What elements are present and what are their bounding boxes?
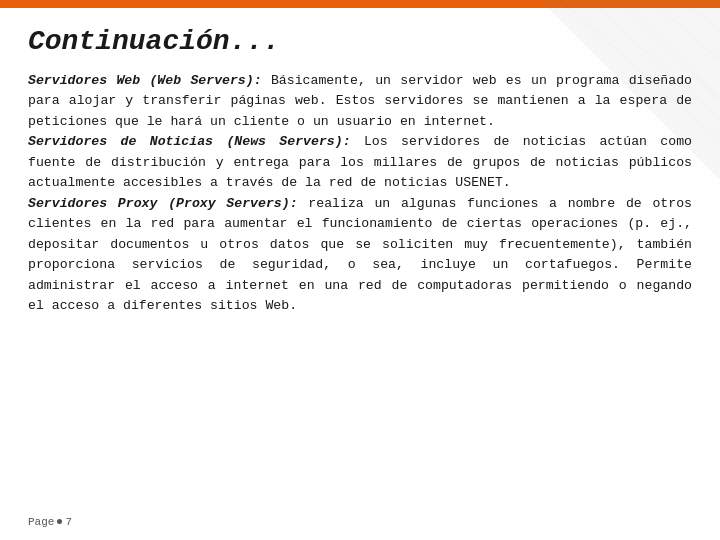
proxy-servers-heading: Servidores Proxy (Proxy Servers): [28, 196, 298, 211]
proxy-servers-paragraph: Servidores Proxy (Proxy Servers): realiz… [28, 196, 692, 313]
proxy-servers-text: realiza un algunas funciones a nombre de… [28, 196, 692, 313]
page-title: Continuación... [28, 26, 692, 57]
web-servers-heading: Servidores Web (Web Servers): [28, 73, 262, 88]
main-content: Continuación... Servidores Web (Web Serv… [0, 8, 720, 540]
page-footer: Page7 [28, 516, 72, 528]
footer-page-number: 7 [65, 516, 72, 528]
news-servers-paragraph: Servidores de Noticias (News Servers): L… [28, 134, 692, 190]
body-text: Servidores Web (Web Servers): Básicament… [28, 71, 692, 316]
footer-dot [57, 519, 62, 524]
footer-prefix: Page [28, 516, 54, 528]
web-servers-paragraph: Servidores Web (Web Servers): Básicament… [28, 73, 692, 129]
news-servers-heading: Servidores de Noticias (News Servers): [28, 134, 351, 149]
